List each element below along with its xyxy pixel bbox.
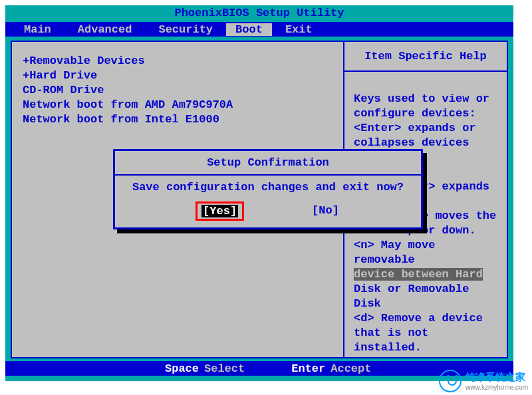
- boot-item[interactable]: CD-ROM Drive: [23, 83, 336, 98]
- help-line: configure devices:: [354, 106, 500, 121]
- boot-item[interactable]: +Hard Drive: [23, 68, 336, 83]
- help-line: device between Hard: [354, 267, 500, 282]
- boot-item[interactable]: Network boot from Intel E1000: [23, 112, 336, 127]
- footer-key-space: Space: [165, 362, 199, 375]
- confirmation-dialog: Setup Confirmation Save configuration ch…: [113, 149, 423, 229]
- dialog-message: Save configuration changes and exit now?: [115, 176, 421, 198]
- boot-item[interactable]: +Removable Devices: [23, 54, 336, 68]
- footer-key-enter: Enter: [291, 362, 325, 375]
- watermark-logo-icon: [439, 370, 462, 392]
- help-line: Disk or Removable Disk: [354, 282, 500, 311]
- dialog-title: Setup Confirmation: [115, 151, 421, 176]
- footer-label-select: Select: [204, 362, 245, 375]
- no-button[interactable]: [No]: [311, 201, 340, 221]
- help-line: <d> Remove a device: [354, 311, 500, 326]
- help-line: <n> May move removable: [354, 238, 500, 267]
- watermark-line1: 纯净系统之家: [466, 371, 528, 384]
- yes-button[interactable]: [Yes]: [201, 205, 238, 217]
- yes-button-highlight: [Yes]: [196, 201, 244, 221]
- help-line: that is not installed.: [354, 326, 500, 355]
- watermark: 纯净系统之家 www.kzmyhome.com: [439, 370, 528, 392]
- watermark-text: 纯净系统之家 www.kzmyhome.com: [466, 371, 528, 391]
- footer-bar: Space Select Enter Accept: [5, 361, 513, 376]
- help-line: <Enter> expands or: [354, 121, 500, 136]
- help-title: Item Specific Help: [344, 42, 507, 72]
- page-title: PhoenixBIOS Setup Utility: [5, 5, 513, 22]
- help-line: Keys used to view or: [354, 92, 500, 106]
- menu-tab-exit[interactable]: Exit: [272, 23, 326, 36]
- boot-item[interactable]: Network boot from AMD Am79C970A: [23, 98, 336, 112]
- menu-tab-boot[interactable]: Boot: [226, 23, 272, 36]
- dialog-buttons: [Yes] [No]: [115, 198, 421, 227]
- watermark-line2: www.kzmyhome.com: [466, 384, 528, 391]
- menu-bar: MainAdvancedSecurityBootExit: [5, 22, 513, 37]
- menu-tab-advanced[interactable]: Advanced: [65, 23, 146, 36]
- footer-label-accept: Accept: [331, 362, 371, 375]
- menu-tab-main[interactable]: Main: [11, 23, 65, 36]
- menu-tab-security[interactable]: Security: [145, 23, 226, 36]
